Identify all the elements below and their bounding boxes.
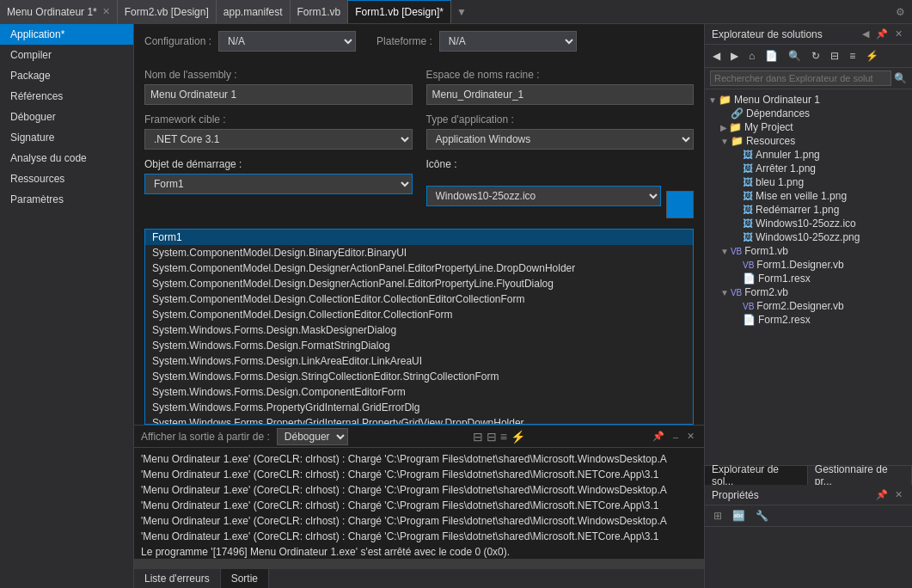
namespace-input[interactable]: [426, 84, 695, 105]
sidebar-item-debug[interactable]: Déboguer: [0, 107, 133, 127]
dropdown-item-0[interactable]: Form1: [145, 230, 693, 245]
sol-btn-refresh[interactable]: ↻: [807, 47, 824, 64]
tree-item-0[interactable]: ▼ 📁 Menu Ordinateur 1: [705, 93, 912, 107]
dropdown-item-5[interactable]: System.ComponentModel.Design.CollectionE…: [145, 307, 693, 322]
tab-settings-icon[interactable]: ⚙: [889, 6, 912, 18]
tab-error-list[interactable]: Liste d'erreurs: [134, 569, 221, 588]
sidebar-item-references[interactable]: Références: [0, 86, 133, 107]
sol-btn-back[interactable]: ◀: [708, 47, 725, 64]
solution-search-input[interactable]: [710, 70, 891, 86]
prop-pin-btn[interactable]: 📌: [873, 488, 891, 501]
sol-btn-filter[interactable]: 🔍: [784, 47, 805, 64]
sol-btn-properties[interactable]: ≡: [845, 47, 860, 64]
tab-form1-design[interactable]: Form1.vb [Design]*: [348, 0, 451, 23]
tree-item-3[interactable]: ▼ 📁 Resources: [705, 134, 912, 148]
tab-app-manifest[interactable]: app.manifest: [217, 0, 291, 23]
sol-btn-preview[interactable]: ⚡: [861, 47, 883, 64]
dropdown-item-6[interactable]: System.Windows.Forms.Design.MaskDesigner…: [145, 322, 693, 338]
panel-btn-left[interactable]: ◀: [860, 28, 872, 40]
app-type-select[interactable]: Application Windows: [426, 129, 695, 150]
sol-btn-collapse[interactable]: ⊟: [826, 47, 843, 64]
config-select[interactable]: N/A: [218, 31, 356, 52]
output-action-2[interactable]: ⊟: [487, 430, 497, 444]
dropdown-item-12[interactable]: System.Windows.Forms.PropertyGridInterna…: [145, 415, 693, 425]
tab-menu-ordinateur[interactable]: Menu Ordinateur 1* ✕: [0, 0, 118, 23]
output-close-button[interactable]: ✕: [684, 430, 697, 443]
prop-grid-btn[interactable]: ⊞: [710, 508, 725, 524]
output-line-5: 'Menu Ordinateur 1.exe' (CoreCLR: clrhos…: [141, 529, 697, 544]
icon-select[interactable]: Windows10-25ozz.ico: [426, 186, 662, 206]
tree-item-11[interactable]: ▼ VB Form1.vb: [705, 244, 912, 258]
sol-btn-show-all[interactable]: 📄: [761, 47, 782, 64]
framework-label: Framework cible :: [144, 113, 413, 126]
dropdown-item-3[interactable]: System.ComponentModel.Design.DesignerAct…: [145, 276, 693, 291]
output-action-1[interactable]: ⊟: [473, 430, 483, 444]
tree-label-14: Form2.vb: [744, 286, 788, 298]
output-source-select[interactable]: Déboguer: [277, 428, 348, 445]
expand-icon-11[interactable]: ▼: [720, 247, 729, 256]
tree-item-13[interactable]: 📄 Form1.resx: [705, 272, 912, 285]
tree-item-9[interactable]: 🖼 Windows10-25ozz.ico: [705, 217, 912, 230]
prop-close-btn[interactable]: ✕: [892, 488, 905, 501]
sidebar-item-resources[interactable]: Ressources: [0, 168, 133, 189]
expand-icon-14[interactable]: ▼: [720, 288, 729, 297]
dropdown-item-8[interactable]: System.Windows.Forms.Design.LinkAreaEdit…: [145, 353, 693, 369]
tab-output[interactable]: Sortie: [221, 569, 269, 588]
tree-item-5[interactable]: 🖼 Arrêter 1.png: [705, 162, 912, 175]
tree-item-6[interactable]: 🖼 bleu 1.png: [705, 175, 912, 189]
startup-select[interactable]: Form1: [144, 174, 413, 194]
output-scrollbar[interactable]: [134, 559, 704, 569]
prop-filter-btn[interactable]: 🔧: [752, 508, 772, 524]
dropdown-item-11[interactable]: System.Windows.Forms.PropertyGridInterna…: [145, 400, 693, 415]
expand-icon-2[interactable]: ▶: [720, 123, 727, 132]
expand-icon-3[interactable]: ▼: [720, 137, 729, 146]
tree-item-16[interactable]: 📄 Form2.resx: [705, 313, 912, 327]
framework-select[interactable]: .NET Core 3.1: [144, 129, 413, 150]
tab-form2-design[interactable]: Form2.vb [Design]: [118, 0, 217, 23]
tree-item-1[interactable]: 🔗 Dépendances: [705, 107, 912, 120]
tree-item-10[interactable]: 🖼 Windows10-25ozz.png: [705, 230, 912, 244]
startup-group: Objet de démarrage : Form1: [144, 158, 413, 194]
tree-item-8[interactable]: 🖼 Redémarrer 1.png: [705, 203, 912, 217]
tab-manager[interactable]: Gestionnaire de pr...: [808, 466, 912, 485]
tree-item-2[interactable]: ▶ 📁 My Project: [705, 120, 912, 134]
sidebar-item-signature[interactable]: Signature: [0, 127, 133, 148]
close-icon[interactable]: ✕: [102, 6, 110, 17]
output-action-3[interactable]: ≡: [500, 430, 507, 444]
dropdown-item-4[interactable]: System.ComponentModel.Design.CollectionE…: [145, 291, 693, 307]
assembly-input[interactable]: [144, 84, 413, 105]
output-minimize-button[interactable]: –: [670, 431, 681, 443]
tree-item-4[interactable]: 🖼 Annuler 1.png: [705, 148, 912, 162]
sidebar-item-application[interactable]: Application*: [0, 24, 133, 45]
tree-item-15[interactable]: VB Form2.Designer.vb: [705, 299, 912, 313]
tab-form1-vb[interactable]: Form1.vb: [291, 0, 349, 23]
panel-btn-close[interactable]: ✕: [892, 28, 905, 40]
output-line-3: 'Menu Ordinateur 1.exe' (CoreCLR: clrhos…: [141, 498, 697, 513]
expand-icon-0[interactable]: ▼: [708, 95, 717, 105]
sidebar-item-package[interactable]: Package: [0, 65, 133, 86]
tree-label-10: Windows10-25ozz.png: [756, 231, 860, 243]
output-pin-button[interactable]: 📌: [650, 430, 667, 443]
tree-item-12[interactable]: VB Form1.Designer.vb: [705, 258, 912, 272]
sidebar-item-compiler[interactable]: Compiler: [0, 45, 133, 65]
dropdown-item-10[interactable]: System.Windows.Forms.Design.ComponentEdi…: [145, 384, 693, 400]
platform-label: Plateforme :: [376, 35, 432, 47]
prop-sort-btn[interactable]: 🔤: [729, 508, 749, 524]
output-source-label: Afficher la sortie à partir de :: [141, 431, 270, 443]
sidebar-item-analyse[interactable]: Analyse du code: [0, 148, 133, 168]
sol-btn-home[interactable]: ⌂: [744, 47, 759, 64]
tab-overflow-icon[interactable]: ▼: [451, 6, 472, 18]
panel-btn-pin[interactable]: 📌: [873, 28, 891, 40]
dropdown-item-7[interactable]: System.Windows.Forms.Design.FormatString…: [145, 338, 693, 353]
platform-select[interactable]: N/A: [439, 31, 577, 52]
dropdown-item-1[interactable]: System.ComponentModel.Design.BinaryEdito…: [145, 245, 693, 260]
tree-item-7[interactable]: 🖼 Mise en veille 1.png: [705, 189, 912, 203]
dropdown-item-9[interactable]: System.Windows.Forms.Design.StringCollec…: [145, 369, 693, 384]
sol-btn-forward[interactable]: ▶: [726, 47, 743, 64]
tab-solution-explorer-bottom[interactable]: Explorateur de sol...: [705, 466, 808, 485]
tree-item-14[interactable]: ▼ VB Form2.vb: [705, 285, 912, 299]
dropdown-item-2[interactable]: System.ComponentModel.Design.DesignerAct…: [145, 260, 693, 276]
sidebar-item-settings[interactable]: Paramètres: [0, 189, 133, 210]
namespace-group: Espace de noms racine :: [426, 69, 695, 105]
output-action-4[interactable]: ⚡: [511, 430, 525, 444]
